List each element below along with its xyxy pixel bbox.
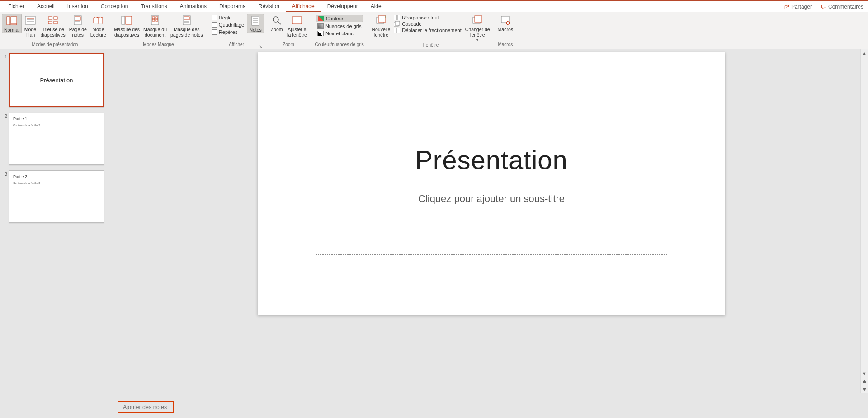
tab-developpeur[interactable]: Développeur: [321, 1, 364, 12]
view-sorter-button[interactable]: Trieuse de diapositives: [39, 14, 67, 38]
tab-animations[interactable]: Animations: [174, 1, 213, 12]
tab-diaporama[interactable]: Diaporama: [213, 1, 252, 12]
svg-rect-9: [48, 21, 52, 24]
tab-affichage[interactable]: Affichage: [286, 1, 321, 12]
scroll-down-button[interactable]: ▼: [861, 370, 868, 377]
tab-fichier[interactable]: Fichier: [2, 1, 31, 12]
cascade-label: Cascade: [402, 21, 421, 27]
view-reading-button[interactable]: Mode Lecture: [89, 14, 108, 38]
view-reading-icon: [92, 15, 104, 26]
notes-toggle-button[interactable]: Notes: [247, 14, 264, 33]
comments-label: Commentaires: [828, 4, 863, 10]
notes-master-button[interactable]: Masque des pages de notes: [169, 14, 205, 38]
tab-aide[interactable]: Aide: [364, 1, 388, 12]
view-normal-button[interactable]: Normal: [2, 14, 22, 33]
tab-insertion[interactable]: Insertion: [61, 1, 94, 12]
grayscale-swatch-icon: [317, 23, 324, 29]
color-mode-grayscale-label: Nuances de gris: [326, 23, 362, 29]
bw-swatch-icon: [317, 31, 324, 36]
svg-rect-24: [184, 17, 189, 20]
slide-thumbnail-panel[interactable]: 1 Présentation 2 Partie 1 Contenu de la …: [0, 49, 115, 418]
svg-rect-0: [7, 17, 10, 25]
view-outline-label: Mode Plan: [24, 27, 36, 38]
ruler-label: Règle: [219, 15, 232, 20]
color-mode-bw[interactable]: Noir et blanc: [316, 30, 363, 37]
cascade-icon: [394, 21, 400, 27]
color-mode-color[interactable]: Couleur: [316, 15, 363, 22]
view-reading-label: Mode Lecture: [90, 27, 106, 38]
tab-revision[interactable]: Révision: [252, 1, 286, 12]
next-slide-button[interactable]: ⯆: [861, 385, 868, 393]
notes-input[interactable]: Ajouter des notes: [118, 401, 174, 413]
macros-label: Macros: [498, 27, 513, 32]
fit-window-label: Ajuster à la fenêtre: [287, 27, 307, 38]
svg-rect-22: [156, 19, 158, 21]
svg-rect-1: [11, 17, 17, 23]
view-notespage-icon: [71, 15, 84, 26]
slide-master-label: Masque des diapositives: [114, 27, 140, 38]
move-split-button[interactable]: Déplacer le fractionnement: [394, 28, 461, 33]
slide-subtitle-placeholder[interactable]: Cliquez pour ajouter un sous-titre: [316, 191, 667, 255]
thumbnail-title: Partie 2: [13, 174, 27, 179]
zoom-button[interactable]: Zoom: [268, 14, 285, 32]
arrange-all-button[interactable]: Réorganiser tout: [394, 15, 461, 20]
handout-master-button[interactable]: Masque du document: [142, 14, 169, 38]
scroll-up-button[interactable]: ▲: [861, 49, 868, 57]
svg-rect-12: [75, 17, 80, 20]
main-area: 1 Présentation 2 Partie 1 Contenu de la …: [0, 49, 868, 418]
svg-rect-27: [252, 16, 259, 25]
slide-canvas[interactable]: Présentation Cliquez pour ajouter un sou…: [258, 52, 725, 315]
group-show-label: Afficher↘: [209, 42, 264, 49]
svg-rect-10: [54, 21, 57, 24]
macros-button[interactable]: Macros: [496, 14, 515, 32]
thumbnail-slide-2[interactable]: Partie 1 Contenu de la feuille 2: [9, 113, 104, 165]
group-presentation-views-label: Modes de présentation: [2, 42, 108, 49]
guides-checkbox[interactable]: Repères: [212, 29, 244, 35]
slide-title-placeholder[interactable]: Présentation: [258, 145, 725, 175]
thumbnail-row: 2 Partie 1 Contenu de la feuille 2: [1, 113, 112, 165]
checkbox-icon: [212, 29, 217, 35]
fit-window-button[interactable]: Ajuster à la fenêtre: [285, 14, 309, 38]
switch-window-button[interactable]: Changer de fenêtre ▾: [463, 14, 492, 43]
color-mode-grayscale[interactable]: Nuances de gris: [316, 23, 363, 29]
show-launcher-icon[interactable]: ↘: [259, 43, 263, 48]
thumbnail-row: 3 Partie 2 Contenu de la feuille 3: [1, 170, 112, 223]
scroll-track[interactable]: [861, 57, 868, 377]
svg-rect-17: [126, 16, 132, 24]
thumbnail-number: 2: [1, 113, 9, 119]
gridlines-checkbox[interactable]: Quadrillage: [212, 22, 244, 28]
prev-slide-button[interactable]: ⯅: [861, 377, 868, 385]
color-swatch-icon: [318, 16, 324, 21]
vertical-scrollbar[interactable]: ▲ ▼ ⯅ ⯆: [860, 49, 868, 393]
tab-accueil[interactable]: Accueil: [31, 1, 61, 12]
ruler-checkbox[interactable]: Règle: [212, 15, 244, 20]
new-window-button[interactable]: + Nouvelle fenêtre: [370, 14, 392, 38]
view-outline-button[interactable]: Mode Plan: [22, 14, 39, 38]
thumbnail-body: Contenu de la feuille 2: [13, 124, 40, 127]
thumbnail-slide-1[interactable]: Présentation: [9, 53, 104, 107]
move-split-label: Déplacer le fractionnement: [402, 28, 461, 33]
tab-conception[interactable]: Conception: [94, 1, 135, 12]
group-macros-label: Macros: [496, 42, 515, 49]
handout-master-label: Masque du document: [143, 27, 167, 38]
share-button[interactable]: Partager: [779, 4, 816, 10]
share-label: Partager: [791, 4, 812, 10]
thumbnail-slide-3[interactable]: Partie 2 Contenu de la feuille 3: [9, 170, 104, 223]
view-notespage-button[interactable]: Page de notes: [67, 14, 89, 38]
cascade-button[interactable]: Cascade: [394, 21, 461, 27]
svg-point-31: [273, 17, 278, 22]
tab-transitions[interactable]: Transitions: [134, 1, 173, 12]
group-window-label: Fenêtre: [370, 42, 491, 49]
thumbnail-title: Présentation: [40, 77, 73, 84]
view-sorter-label: Trieuse de diapositives: [41, 27, 66, 38]
slide-master-button[interactable]: Masque des diapositives: [112, 14, 142, 38]
notes-pane[interactable]: Ajouter des notes: [115, 396, 868, 418]
share-icon: [784, 4, 789, 9]
comments-button[interactable]: Commentaires: [816, 4, 868, 10]
ribbon-collapse-button[interactable]: ˄: [858, 39, 868, 49]
svg-line-32: [278, 22, 281, 24]
svg-rect-19: [152, 17, 155, 19]
chevron-up-icon: ˄: [862, 41, 864, 47]
thumbnail-body: Contenu de la feuille 3: [13, 182, 40, 184]
slide-canvas-wrap[interactable]: Présentation Cliquez pour ajouter un sou…: [115, 49, 868, 396]
